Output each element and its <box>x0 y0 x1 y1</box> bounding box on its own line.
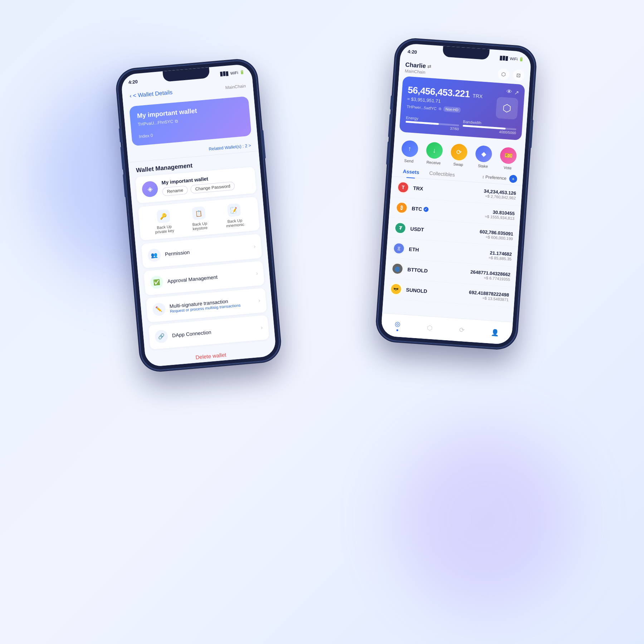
nav-profile[interactable]: 👤 <box>491 328 499 336</box>
tab-assets[interactable]: Assets <box>397 165 425 179</box>
backup-mnemonic-label: Back Upmnemonic <box>225 218 244 228</box>
nav-assets-icon: ◎ <box>395 320 401 328</box>
backup-mnemonic[interactable]: 📝 Back Upmnemonic <box>224 203 244 228</box>
rp-side-btn-2 <box>388 114 392 137</box>
side-btn-1 <box>119 128 122 142</box>
rp-right-side-buttons <box>529 119 533 148</box>
swap-button[interactable]: ⟳ Swap <box>450 143 468 167</box>
approval-text: Approval Management <box>167 271 252 284</box>
receive-icon-btn[interactable]: ⬡ <box>498 68 510 80</box>
bandwidth-resource: Bandwidth 4000/5000 <box>462 119 517 135</box>
trx-logo: ⬡ <box>496 97 518 119</box>
header-title: < Wallet Details <box>133 89 173 99</box>
swap-label: Swap <box>453 162 463 167</box>
nav-assets-dot <box>396 329 398 331</box>
scan-icon-btn[interactable]: ⊡ <box>512 69 525 81</box>
eth-info: ETH <box>409 246 489 258</box>
svg-text:🌀: 🌀 <box>395 266 400 272</box>
rename-button[interactable]: Rename <box>162 185 188 196</box>
multisig-icon: ✏️ <box>152 302 166 316</box>
non-hd-badge: Non-HD <box>443 106 461 113</box>
trx-values: 34,234,453.126 ≈$ 2,760,842,982 <box>483 188 516 200</box>
btc-name: BTC ✓ <box>411 205 485 216</box>
stake-button[interactable]: ◆ Stake <box>474 145 492 169</box>
multisig-text: Multi-signature transaction Request or p… <box>169 296 254 313</box>
backup-row: 🔑 Back Upprivate key 📋 Back Upkeystore 📝… <box>138 197 260 241</box>
btc-values: 30.810455 ≈$ 1555,934,813 <box>485 209 515 220</box>
left-screen-content: ‹ < Wallet Details MainChain My importan… <box>122 79 277 367</box>
back-button[interactable]: ‹ < Wallet Details <box>129 89 172 99</box>
bttold-info: BTTOLD <box>407 267 470 277</box>
nav-history-icon: ⟳ <box>459 326 464 334</box>
receive-icon: ↓ <box>426 142 443 159</box>
right-header-left: Charlie ⇄ MainChain <box>405 61 431 75</box>
nav-history[interactable]: ⟳ <box>459 326 464 334</box>
svg-text:₿: ₿ <box>400 205 403 210</box>
vote-icon: 🎫 <box>500 147 517 164</box>
stake-label: Stake <box>478 164 488 169</box>
wallet-card-index: Index 0 <box>139 125 244 139</box>
usdt-logo-icon: ₮ <box>394 221 407 235</box>
rp-side-btn-right <box>529 119 533 148</box>
tab-right-actions: ↕ Preference + <box>482 173 517 183</box>
backup-key-icon: 🔑 <box>156 209 170 223</box>
rp-side-btn-1 <box>390 96 393 110</box>
balance-ticker: TRX <box>472 93 483 99</box>
backup-keystore-label: Back Upkeystore <box>192 221 208 231</box>
approval-chevron-icon: › <box>256 270 258 277</box>
expand-icon[interactable]: ↗ <box>514 89 519 96</box>
swap-icon: ⟳ <box>450 143 468 161</box>
receive-button[interactable]: ↓ Receive <box>425 142 443 165</box>
backup-keystore[interactable]: 📋 Back Upkeystore <box>191 206 208 231</box>
side-btn-3 <box>123 174 127 197</box>
left-status-time: 4:20 <box>128 79 138 85</box>
left-status-icons: ▊▊▊ WiFi 🔋 <box>220 70 245 77</box>
change-password-button[interactable]: Change Password <box>190 181 235 194</box>
trx-info: TRX <box>413 185 484 196</box>
right-status-icons: ▊▊▊ WiFi 🔋 <box>499 55 524 62</box>
vote-button[interactable]: 🎫 Vote <box>499 147 517 170</box>
usdt-info: USDT <box>410 226 480 236</box>
right-header-icons: ⬡ ⊡ <box>498 68 525 81</box>
send-icon: ↑ <box>401 140 419 157</box>
dapp-title: DApp Connection <box>172 325 257 338</box>
right-screen-content: Charlie ⇄ MainChain ⬡ ⊡ <box>381 59 531 345</box>
usdt-name: USDT <box>410 226 480 236</box>
wallet-card: My important wallet THPvaU...Fhn5YC ⧉ In… <box>129 96 252 146</box>
phone-right: 4:20 ▊▊▊ WiFi 🔋 Charlie ⇄ MainChain <box>376 38 536 349</box>
backup-keystore-icon: 📋 <box>192 206 206 220</box>
wallet-avatar: ◈ <box>141 181 158 198</box>
btc-logo-icon: ₿ <box>395 201 409 214</box>
send-button[interactable]: ↑ Send <box>400 140 418 164</box>
wallet-mgmt-info: My important wallet Rename Change Passwo… <box>161 172 250 196</box>
permission-chevron-icon: › <box>253 243 256 249</box>
nav-profile-icon: 👤 <box>491 328 499 336</box>
right-phone-side-buttons <box>386 96 393 165</box>
dapp-icon: 🔗 <box>155 330 169 343</box>
sunold-values: 692.418878222498 ≈$ 13.5483871 <box>469 289 509 302</box>
eth-values: 21.174682 ≈$ 85,885.35 <box>488 250 512 261</box>
vote-label: Vote <box>503 165 512 170</box>
usdt-values: 602,786.035091 ≈$ 606,000.199 <box>479 229 514 240</box>
energy-resource: Energy 37/60 <box>405 116 460 131</box>
trx-name: TRX <box>413 185 484 196</box>
nav-assets[interactable]: ◎ <box>394 320 401 331</box>
permission-title: Permission <box>165 244 249 257</box>
tab-collectibles[interactable]: Collectibles <box>424 167 460 181</box>
rp-side-btn-3 <box>386 141 390 165</box>
eye-icon[interactable]: 👁 <box>506 88 512 96</box>
balance-card: 56,456,453.221 TRX ≈ $3,951,951.71 THPwe… <box>399 76 525 140</box>
right-side-buttons <box>261 130 266 158</box>
preference-button[interactable]: ↕ Preference <box>482 174 507 181</box>
left-side-buttons <box>119 128 127 197</box>
approval-icon: ✅ <box>150 275 164 289</box>
svg-text:Ξ: Ξ <box>397 246 400 252</box>
nav-collectibles[interactable]: ⬡ <box>426 324 433 332</box>
backup-key-label: Back Upprivate key <box>155 224 174 234</box>
left-phone-screen: 4:20 ▊▊▊ WiFi 🔋 ‹ < Wallet Details MainC… <box>121 64 277 367</box>
add-asset-button[interactable]: + <box>509 175 517 183</box>
eth-name: ETH <box>409 246 489 258</box>
backup-private-key[interactable]: 🔑 Back Upprivate key <box>153 209 174 234</box>
balance-address: THPwer...5wtfYC <box>406 104 436 111</box>
right-phone-screen: 4:20 ▊▊▊ WiFi 🔋 Charlie ⇄ MainChain <box>381 43 532 345</box>
